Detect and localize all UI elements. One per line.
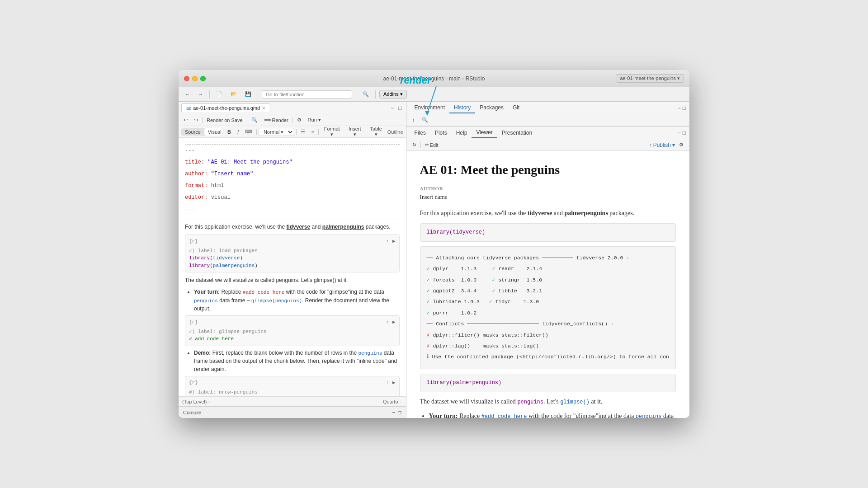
- render-on-save-button[interactable]: Render on Save: [204, 117, 245, 123]
- env-panel-toolbar: ↑ 🔍: [406, 114, 689, 126]
- bold-button[interactable]: B: [225, 129, 233, 135]
- publish-button[interactable]: ↑ Publish ▾: [649, 142, 675, 148]
- search-button[interactable]: 🔍: [360, 90, 372, 98]
- viewer-settings-btn[interactable]: ⚙: [677, 141, 686, 148]
- editor-prose-2: The dataset we will visualize is called …: [185, 276, 400, 284]
- env-panel-expand[interactable]: □: [683, 105, 686, 111]
- source-mode-button[interactable]: Source: [181, 128, 204, 136]
- redo-button[interactable]: ↪: [192, 117, 200, 123]
- tab-files[interactable]: Files: [410, 128, 430, 138]
- yaml-dash-start: ---: [185, 146, 400, 155]
- close-button[interactable]: [184, 76, 189, 81]
- settings-button[interactable]: ⚙: [295, 117, 304, 123]
- yaml-section-wrapper: --- title: "AE 01: Meet the penguins" au…: [185, 144, 400, 219]
- tab-expand-button[interactable]: □: [397, 104, 403, 112]
- console-label: Console: [183, 410, 201, 415]
- viewer-refresh-btn[interactable]: ↻: [410, 141, 419, 148]
- chunk3-run-button[interactable]: ▶: [392, 379, 396, 387]
- editor-tab-controls: − □: [389, 104, 403, 112]
- viewer-tabs: Files Plots Help Viewer Presentation − □: [406, 127, 689, 139]
- addins-button[interactable]: Addins ▾: [379, 90, 407, 99]
- open-file-button[interactable]: 📂: [228, 90, 240, 98]
- render-button[interactable]: ⟹ Render: [262, 117, 291, 123]
- toolbar-sep-4: [375, 90, 376, 99]
- chunk3-line1: nrow(penguins): [189, 396, 396, 396]
- chunk1-run-above[interactable]: ↑: [386, 238, 389, 245]
- code-chunk-2: {r} ↑ ▶ #| label: glimpse-penguins # add…: [185, 315, 400, 346]
- console-bar: Console − □: [179, 406, 406, 418]
- italic-button[interactable]: I: [235, 129, 241, 135]
- project-name[interactable]: ae-01-meet-the-penguins ▾: [616, 74, 684, 83]
- toolbar-sep-1: [209, 90, 210, 99]
- viewer-content: AE 01: Meet the penguins AUTHOR Insert n…: [406, 151, 689, 418]
- rstudio-window: ae-01-meet-the-penguins - main - RStudio…: [179, 70, 689, 418]
- insert-menu-button[interactable]: Insert ▾: [345, 126, 364, 138]
- history-tool-1[interactable]: ↑: [410, 117, 417, 123]
- viewer-toolbar: ↻ ✏ Edit ↑ Publish ▾ ⚙: [406, 139, 689, 151]
- minimize-button[interactable]: [192, 76, 198, 81]
- tab-shrink-button[interactable]: −: [389, 104, 395, 112]
- normal-dropdown[interactable]: Normal ▾: [259, 128, 294, 136]
- history-tool-2[interactable]: 🔍: [420, 117, 430, 123]
- tab-help[interactable]: Help: [452, 128, 472, 138]
- output-line-7: ✗ dplyr::filter() masks stats::filter(): [427, 331, 669, 339]
- viewer-shrink-btn[interactable]: −: [678, 130, 681, 136]
- main-toolbar: ← → 📄 📂 💾 🔍 Addins ▾: [179, 87, 689, 102]
- forward-button[interactable]: →: [195, 91, 206, 98]
- chunk1-lang: {r}: [189, 238, 198, 245]
- ed-sep-1: [202, 117, 203, 123]
- undo-button[interactable]: ↩: [181, 117, 190, 123]
- editor-status-bar: (Top Level) ÷ Quarto ÷: [179, 396, 406, 406]
- editor-format-bar: Source Visual B I ⌨ Normal ▾ ☰ ≡ Format: [179, 126, 406, 138]
- search-editor-button[interactable]: 🔍: [249, 117, 260, 123]
- chunk1-header: {r} ↑ ▶: [189, 238, 396, 245]
- run-button[interactable]: Run ▾: [306, 117, 323, 123]
- outline-button[interactable]: Outline: [387, 129, 403, 135]
- editor-tab-icon: ae: [186, 106, 191, 111]
- visual-mode-button[interactable]: Visual: [204, 128, 221, 136]
- output-line-4: ✓ lubridate 1.9.3 ✓ tidyr 1.3.0: [427, 298, 669, 306]
- doc-code-block-2: library(palmerpenguins): [420, 374, 676, 392]
- console-shrink-button[interactable]: −: [392, 409, 395, 416]
- back-button[interactable]: ←: [182, 91, 193, 98]
- chunk1-run-button[interactable]: ▶: [392, 238, 396, 245]
- viewer-edit-btn[interactable]: ✏ Edit: [423, 141, 441, 148]
- list-ordered-button[interactable]: ≡: [309, 129, 316, 135]
- tab-history[interactable]: History: [449, 103, 475, 113]
- go-to-file-input[interactable]: [262, 90, 352, 99]
- ed-sep-6: [296, 129, 297, 135]
- new-file-button[interactable]: 📄: [213, 90, 225, 98]
- table-menu-button[interactable]: Table ▾: [367, 126, 386, 138]
- doc-author-label: AUTHOR: [420, 185, 676, 193]
- tab-packages[interactable]: Packages: [475, 103, 508, 113]
- format-menu-button[interactable]: Format ▾: [321, 126, 343, 138]
- doc-bullet-list-1: Your turn: Replace #add code here with t…: [429, 411, 676, 418]
- tab-presentation[interactable]: Presentation: [497, 128, 537, 138]
- editor-tab-qmd[interactable]: ae ae-01-meet-the-penguins.qmd ✕: [181, 103, 270, 112]
- code-chunk-1: {r} ↑ ▶ #| label: load-packages library(…: [185, 235, 400, 272]
- editor-content-area[interactable]: --- title: "AE 01: Meet the penguins" au…: [179, 138, 406, 396]
- tab-close-button[interactable]: ✕: [262, 106, 265, 111]
- chunk2-run-button[interactable]: ▶: [392, 319, 396, 326]
- tab-viewer[interactable]: Viewer: [472, 127, 497, 138]
- tab-environment[interactable]: Environment: [410, 103, 449, 113]
- save-button[interactable]: 💾: [242, 90, 254, 98]
- main-area: ae ae-01-meet-the-penguins.qmd ✕ − □ ↩ ↪…: [179, 102, 689, 418]
- output-line-6: ── Conflicts ─────────────────────── tid…: [427, 320, 669, 328]
- chunk2-run-above[interactable]: ↑: [386, 319, 389, 326]
- chunk3-run-above[interactable]: ↑: [386, 379, 389, 387]
- tab-git[interactable]: Git: [508, 103, 524, 113]
- viewer-expand-btn[interactable]: □: [683, 130, 686, 136]
- list-bullet-button[interactable]: ☰: [298, 128, 307, 135]
- output-line-5: ✓ purrr 1.0.2: [427, 309, 669, 317]
- tab-plots[interactable]: Plots: [430, 128, 452, 138]
- title-bar: ae-01-meet-the-penguins - main - RStudio…: [179, 70, 689, 87]
- code-button[interactable]: ⌨: [243, 128, 255, 135]
- maximize-button[interactable]: [200, 76, 206, 81]
- env-panel-shrink[interactable]: −: [678, 105, 681, 111]
- ed-sep-7: [318, 129, 319, 135]
- console-expand-button[interactable]: □: [398, 409, 401, 416]
- chunk3-lang: {r}: [189, 379, 198, 387]
- ed-sep-3: [292, 117, 293, 123]
- output-line-9: ℹ Use the conflicted package (<http://co…: [427, 353, 669, 361]
